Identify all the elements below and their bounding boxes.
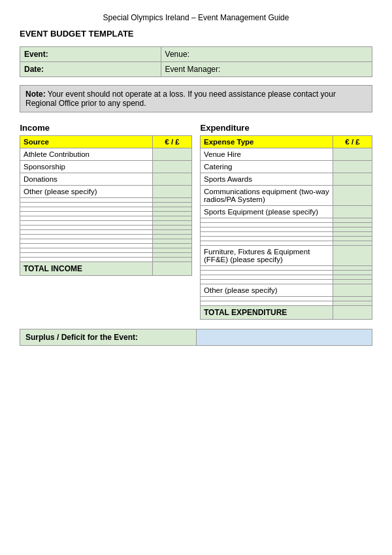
- table-row: Sports Awards: [201, 173, 372, 186]
- table-row: [20, 244, 192, 248]
- event-label: Event:: [20, 47, 161, 62]
- table-row: Communications equipment (two-way radios…: [201, 186, 372, 206]
- table-row: [201, 301, 372, 306]
- expenditure-total-row: TOTAL EXPENDITURE: [201, 306, 372, 320]
- exp-row-0-label: Venue Hire: [201, 148, 333, 161]
- table-row: Furniture, Fixtures & Equipment (FF&E) (…: [201, 246, 372, 266]
- income-total-amount: [153, 262, 192, 276]
- surplus-value: [196, 329, 372, 346]
- exp-row-11-amount: [333, 246, 372, 266]
- expenditure-total-label: TOTAL EXPENDITURE: [201, 306, 333, 320]
- surplus-table: Surplus / Deficit for the Event:: [20, 329, 372, 346]
- income-amount-col-header: € / £: [153, 136, 192, 148]
- income-row-1-label: Sponsorship: [20, 161, 153, 173]
- table-row: Sponsorship: [20, 161, 192, 173]
- manager-label: Event Manager:: [161, 62, 372, 77]
- expenditure-source-col-header: Expense Type: [201, 136, 333, 148]
- exp-row-1-label: Catering: [201, 161, 333, 173]
- income-row-0-label: Athlete Contribution: [20, 148, 153, 161]
- table-row: [201, 232, 372, 237]
- expenditure-table: Expenditure Expense Type € / £ Venue Hir…: [200, 122, 372, 320]
- income-header: Income: [20, 122, 192, 136]
- exp-row-2-label: Sports Awards: [201, 173, 333, 186]
- table-row: [20, 203, 192, 207]
- income-total-row: TOTAL INCOME: [20, 262, 192, 276]
- table-row: [201, 227, 372, 232]
- table-row: [20, 207, 192, 212]
- exp-row-3-label: Communications equipment (two-way radios…: [201, 186, 333, 206]
- income-panel: Income Source € / £ Athlete Contribution…: [20, 122, 192, 320]
- income-row-2-amount: [153, 173, 192, 186]
- expenditure-amount-col-header: € / £: [333, 136, 372, 148]
- exp-row-4-amount: [333, 206, 372, 218]
- table-row: [201, 297, 372, 301]
- table-row: [201, 241, 372, 246]
- main-title: EVENT BUDGET TEMPLATE: [20, 29, 372, 39]
- income-row-2-label: Donations: [20, 173, 153, 186]
- exp-row-1-amount: [333, 161, 372, 173]
- table-row: [201, 271, 372, 275]
- table-row: [20, 258, 192, 262]
- income-row-1-amount: [153, 161, 192, 173]
- table-row: [201, 218, 372, 223]
- table-row: Sports Equipment (please specify): [201, 206, 372, 218]
- table-row: [201, 280, 372, 284]
- exp-row-3-amount: [333, 186, 372, 206]
- table-row: [20, 226, 192, 230]
- income-row-0-amount: [153, 148, 192, 161]
- table-row: Catering: [201, 161, 372, 173]
- table-row: [201, 275, 372, 280]
- table-row: [20, 239, 192, 244]
- income-table: Income Source € / £ Athlete Contribution…: [20, 122, 192, 276]
- budget-section: Income Source € / £ Athlete Contribution…: [20, 122, 372, 320]
- note-prefix: Note:: [25, 90, 46, 99]
- table-row: [20, 221, 192, 226]
- table-row: [20, 212, 192, 216]
- page-title: Special Olympics Ireland – Event Managem…: [20, 13, 372, 22]
- table-row: [20, 198, 192, 203]
- income-row-3-amount: [153, 186, 192, 198]
- table-row: [20, 216, 192, 221]
- table-row: Other (please specify): [20, 186, 192, 198]
- surplus-label: Surplus / Deficit for the Event:: [20, 329, 197, 346]
- exp-row-0-amount: [333, 148, 372, 161]
- exp-row-16-amount: [333, 284, 372, 297]
- exp-row-16-label: Other (please specify): [201, 284, 333, 297]
- exp-row-4-label: Sports Equipment (please specify): [201, 206, 333, 218]
- table-row: [201, 237, 372, 241]
- expenditure-panel: Expenditure Expense Type € / £ Venue Hir…: [200, 122, 372, 320]
- table-row: Venue Hire: [201, 148, 372, 161]
- note-text: Your event should not operate at a loss.…: [25, 90, 336, 108]
- exp-row-11-label: Furniture, Fixtures & Equipment (FF&E) (…: [201, 246, 333, 266]
- date-label: Date:: [20, 62, 161, 77]
- expenditure-header: Expenditure: [201, 122, 372, 136]
- event-info-table: Event: Venue: Date: Event Manager:: [20, 46, 372, 77]
- table-row: [201, 266, 372, 271]
- table-row: [201, 223, 372, 227]
- venue-label: Venue:: [161, 47, 372, 62]
- exp-row-2-amount: [333, 173, 372, 186]
- table-row: [20, 230, 192, 235]
- table-row: Athlete Contribution: [20, 148, 192, 161]
- expenditure-total-amount: [333, 306, 372, 320]
- income-row-3-label: Other (please specify): [20, 186, 153, 198]
- table-row: [20, 253, 192, 258]
- table-row: [20, 235, 192, 239]
- income-source-col-header: Source: [20, 136, 153, 148]
- table-row: Donations: [20, 173, 192, 186]
- note-box: Note: Your event should not operate at a…: [20, 85, 372, 112]
- income-total-label: TOTAL INCOME: [20, 262, 153, 276]
- table-row: Other (please specify): [201, 284, 372, 297]
- table-row: [20, 248, 192, 253]
